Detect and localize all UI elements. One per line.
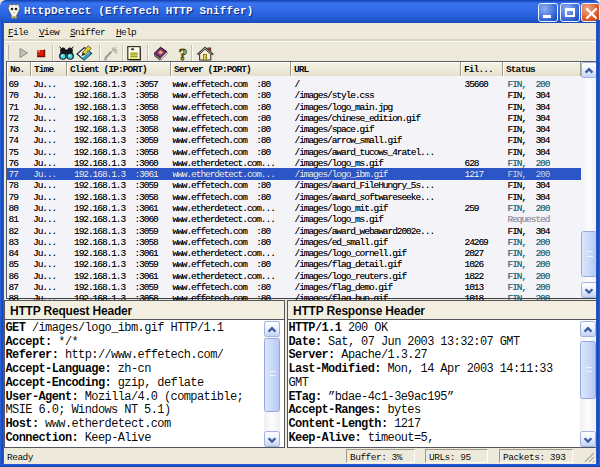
svg-text:?: ?	[178, 45, 187, 62]
